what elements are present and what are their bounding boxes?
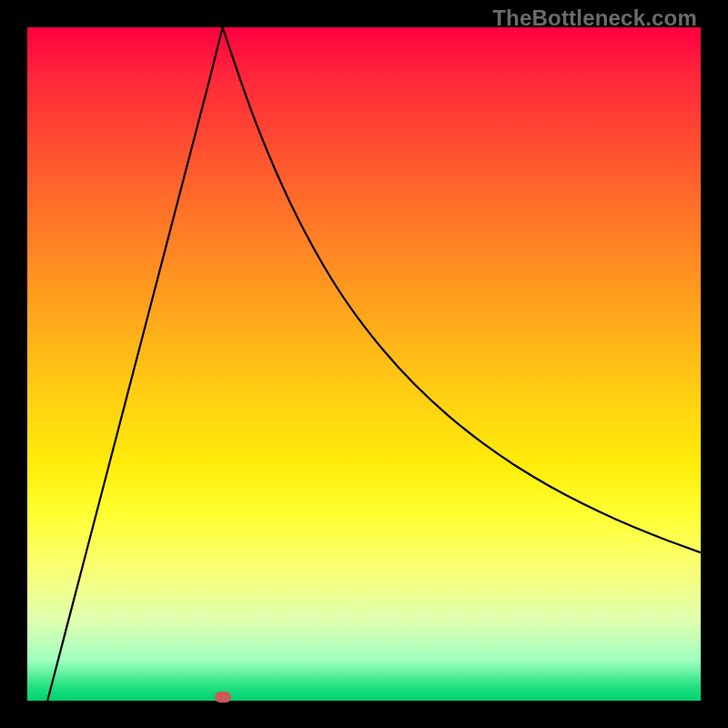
chart-frame: TheBottleneck.com [0, 0, 728, 728]
curve-path [47, 27, 701, 701]
bottleneck-curve [27, 27, 701, 701]
minimum-marker [215, 692, 231, 703]
plot-area [27, 27, 701, 701]
watermark-text: TheBottleneck.com [492, 5, 697, 31]
